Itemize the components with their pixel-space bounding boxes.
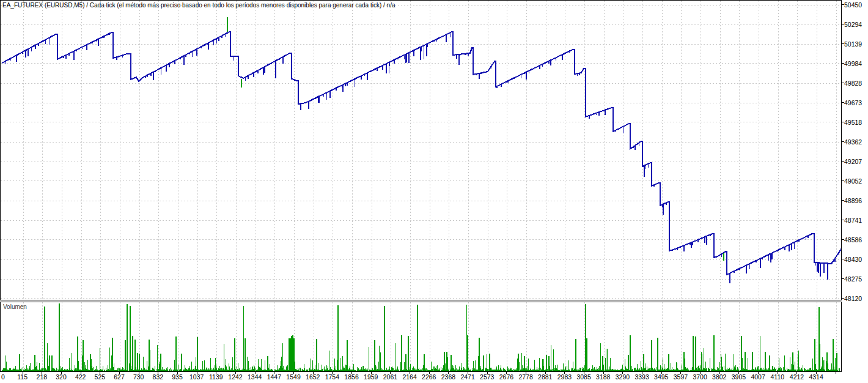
time-axis-label: 2983 (557, 373, 572, 381)
time-axis-label: 3905 (732, 373, 746, 381)
price-axis-tick (842, 278, 844, 279)
time-axis-tick (177, 372, 178, 374)
time-axis-tick (410, 372, 410, 374)
time-axis-label: 1447 (267, 373, 281, 381)
time-axis-tick (139, 372, 139, 374)
time-axis-tick (622, 372, 623, 374)
time-axis-label: 1242 (228, 373, 242, 381)
time-axis-tick (680, 372, 681, 374)
price-axis: 5045050294501394998449828496734951849362… (844, 0, 868, 311)
price-axis-tick (842, 239, 844, 240)
price-chart-canvas[interactable] (1, 1, 841, 300)
time-axis-tick (429, 372, 430, 374)
price-axis-tick (842, 220, 844, 220)
time-axis-tick (158, 372, 158, 374)
price-axis-label: 49518 (844, 119, 862, 126)
time-axis-tick (719, 372, 720, 374)
time-axis-label: 1959 (364, 373, 378, 381)
time-axis-label: 730 (133, 373, 144, 381)
price-axis-label: 50450 (844, 1, 862, 9)
time-axis-label: 4314 (809, 373, 823, 381)
time-axis-label: 3597 (674, 373, 688, 381)
time-axis-tick (81, 372, 81, 374)
time-axis-label: 2676 (499, 373, 513, 381)
volume-bars (2, 303, 840, 371)
time-axis-label: 832 (153, 373, 164, 381)
price-axis-tick (842, 24, 844, 24)
time-axis-label: 1139 (209, 373, 223, 381)
time-axis-label: 0 (1, 373, 5, 381)
time-axis-tick (216, 372, 216, 374)
time-axis-tick (100, 372, 100, 374)
time-axis-label: 1856 (344, 373, 358, 381)
price-axis-label: 49207 (844, 158, 862, 165)
price-axis-label: 48275 (844, 275, 862, 283)
time-axis-label: 2881 (538, 373, 552, 381)
price-axis-label: 49362 (844, 138, 862, 146)
time-axis-label: 218 (37, 373, 48, 381)
time-axis-label: 422 (75, 373, 86, 381)
time-axis-label: 1652 (306, 373, 320, 381)
time-axis-label: 3802 (712, 373, 726, 381)
time-axis-tick (584, 372, 584, 374)
price-axis-tick (842, 161, 844, 162)
price-axis-label: 50294 (844, 21, 862, 28)
time-axis-tick (42, 372, 42, 374)
time-axis-tick (448, 372, 449, 374)
price-axis-label: 49673 (844, 99, 862, 106)
time-axis-label: 4110 (771, 373, 785, 381)
time-axis-tick (487, 372, 488, 374)
time-axis-label: 3188 (596, 373, 610, 381)
time-axis-tick (313, 372, 314, 374)
time-axis-label: 1754 (325, 373, 339, 381)
time-axis-tick (661, 372, 662, 374)
time-axis-label: 2164 (402, 373, 416, 381)
time-axis-label: 3700 (693, 373, 707, 381)
time-axis-label: 3085 (576, 373, 590, 381)
price-axis-tick (842, 43, 844, 44)
volume-indicator-label: Volumen (3, 303, 27, 310)
time-axis-label: 1344 (248, 373, 262, 381)
chart-title: EA_FUTUREX (EURUSD,M5) / Cada tick (el m… (2, 2, 395, 9)
time-axis-label: 320 (56, 373, 67, 381)
price-axis-label: 49052 (844, 177, 862, 185)
price-axis-label: 48586 (844, 236, 862, 244)
time-axis-label: 2573 (480, 373, 494, 381)
price-chart-panel[interactable]: EA_FUTUREX (EURUSD,M5) / Cada tick (el m… (0, 0, 842, 300)
time-axis-tick (738, 372, 739, 374)
price-axis-tick (842, 180, 844, 181)
time-axis-tick (351, 372, 352, 374)
price-axis-tick (842, 298, 844, 299)
time-axis-label: 2778 (518, 373, 532, 381)
time-axis-label: 935 (172, 373, 183, 381)
price-axis-tick (842, 200, 844, 201)
time-axis-tick (23, 372, 23, 374)
time-axis-tick (564, 372, 565, 374)
price-axis-label: 48741 (844, 217, 862, 224)
time-axis-tick (526, 372, 526, 374)
price-axis-tick (842, 259, 844, 259)
time-axis-label: 1037 (189, 373, 204, 381)
time-axis-tick (371, 372, 372, 374)
time-axis-tick (816, 372, 817, 374)
time-axis-label: 2266 (422, 373, 436, 381)
volume-canvas[interactable] (1, 302, 841, 371)
time-axis-label: 3495 (654, 373, 668, 381)
time-axis-tick (778, 372, 778, 374)
time-axis-label: 4007 (751, 373, 765, 381)
time-axis-label: 627 (114, 373, 125, 381)
price-axis-label: 48120 (844, 295, 862, 302)
price-axis-tick (842, 141, 844, 142)
price-line (2, 32, 841, 275)
time-axis-tick (293, 372, 294, 374)
time-axis-label: 2061 (383, 373, 397, 381)
time-axis-label: 115 (17, 373, 28, 381)
time-axis-tick (836, 372, 836, 374)
volume-panel[interactable]: Volumen (0, 302, 842, 372)
time-axis-tick (545, 372, 546, 374)
time-axis-label: 3290 (616, 373, 630, 381)
time-axis-tick (119, 372, 120, 374)
time-axis-tick (390, 372, 391, 374)
price-axis-tick (842, 102, 844, 103)
price-axis-label: 50139 (844, 40, 862, 48)
